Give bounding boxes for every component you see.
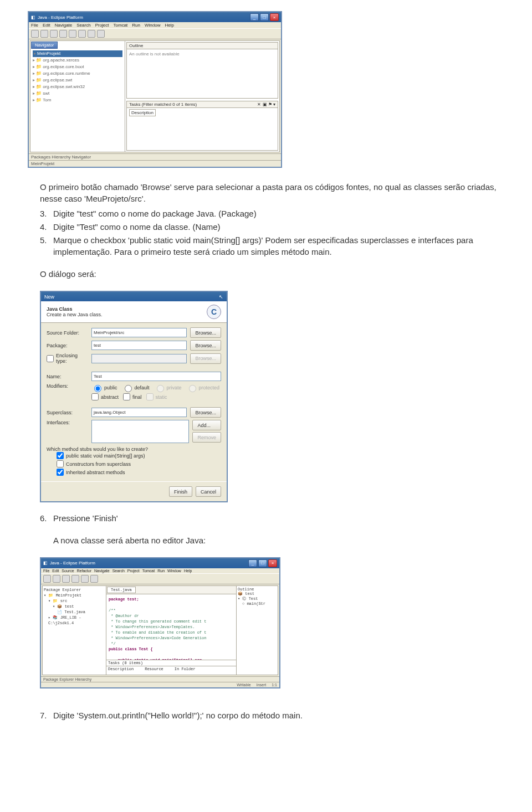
close-button[interactable]: × xyxy=(270,13,279,21)
tasks-title: Tasks (0 items) xyxy=(106,660,236,666)
menu-navigate[interactable]: Navigate xyxy=(94,569,110,573)
outline-panel: Outline An outline is not available xyxy=(126,42,278,99)
browse-superclass-button[interactable]: Browse... xyxy=(190,407,221,418)
menu-run[interactable]: Run xyxy=(157,569,165,573)
input-enclosing-type xyxy=(91,354,187,363)
nav-item[interactable]: ▸ 📁org.apache.xerces xyxy=(33,57,122,64)
menu-navigate[interactable]: Navigate xyxy=(55,23,73,28)
input-package[interactable]: test xyxy=(91,341,187,350)
nav-item[interactable]: ▸ 📁org.eclipse.core.runtime xyxy=(33,70,122,77)
navigator-tab[interactable]: Navigator xyxy=(31,42,58,49)
menu-help[interactable]: Help xyxy=(184,569,192,573)
toolbar-icon[interactable] xyxy=(97,30,105,38)
menu-source[interactable]: Source xyxy=(62,569,74,573)
menu-window[interactable]: Window xyxy=(145,23,160,28)
status-writable: Writable xyxy=(237,683,251,687)
checkbox-inherited[interactable]: Inherited abstract methods xyxy=(57,469,221,476)
code-editor[interactable]: package test; /** * @author dr * To chan… xyxy=(106,594,236,660)
nav-item[interactable]: ▸ 📁org.eclipse.swt.win32 xyxy=(33,84,122,90)
menu-window[interactable]: Window xyxy=(167,569,181,573)
toolbar-icon[interactable] xyxy=(59,30,67,38)
toolbar-icon[interactable] xyxy=(71,575,79,583)
label-superclass: Superclass: xyxy=(47,410,88,415)
label-source-folder: Source Folder: xyxy=(47,330,88,336)
menu-edit[interactable]: Edit xyxy=(43,23,50,28)
toolbar-icon[interactable] xyxy=(62,575,70,583)
window-titlebar: ◧ Java - Eclipse Platform _ □ × xyxy=(29,12,281,22)
dialog-banner: Java Class Create a new Java class. C xyxy=(41,301,227,323)
nav-project-root[interactable]: ▸MeinProjekt xyxy=(33,50,122,57)
label-package: Package: xyxy=(47,343,88,348)
menu-project[interactable]: Project xyxy=(127,569,140,573)
editor-tab[interactable]: Test.java xyxy=(107,587,136,593)
radio-public[interactable]: public xyxy=(91,383,117,392)
pkg-jre[interactable]: ▸ 📚 JRE_LIB - C:\j2sdk1.4 xyxy=(44,615,105,626)
menu-help[interactable]: Help xyxy=(165,23,173,28)
menu-tomcat[interactable]: Tomcat xyxy=(114,23,128,28)
menu-file[interactable]: File xyxy=(31,23,38,28)
input-name[interactable]: Test xyxy=(91,372,221,381)
toolbar-icon[interactable] xyxy=(69,30,76,38)
toolbar-icon[interactable] xyxy=(43,575,51,583)
minimize-button[interactable]: _ xyxy=(250,13,259,21)
checkbox-constructors[interactable]: Constructors from superclass xyxy=(57,460,221,467)
outline-panel: Outline 📦 test ▾ Ⓒ Test ○ main(Str xyxy=(236,586,278,675)
menu-file[interactable]: File xyxy=(43,569,49,573)
window-title: Java - Eclipse Platform xyxy=(38,15,83,20)
pkg-root[interactable]: ▾ 📁 MeinProjekt xyxy=(44,593,105,598)
minimize-button[interactable]: _ xyxy=(248,559,257,567)
input-superclass[interactable]: java.lang.Object xyxy=(91,408,187,417)
intro-text: O primeiro botão chamado 'Browse' serve … xyxy=(40,181,510,204)
radio-default[interactable]: default xyxy=(122,383,150,392)
browse-package-button[interactable]: Browse... xyxy=(190,340,221,351)
checkbox-abstract[interactable]: abstract xyxy=(91,393,119,400)
maximize-button[interactable]: □ xyxy=(260,13,269,21)
toolbar-icon[interactable] xyxy=(50,30,58,38)
label-interfaces: Interfaces: xyxy=(47,420,88,425)
menu-search[interactable]: Search xyxy=(112,569,125,573)
bottom-tabs: Package Explorer Hierarchy xyxy=(41,676,279,682)
toolbar-icon[interactable] xyxy=(40,30,48,38)
tasks-title: Tasks (Filter matched 0 of 1 items) xyxy=(129,102,197,107)
nav-item[interactable]: ▸ 📁Tom xyxy=(33,97,122,104)
toolbar-icon[interactable] xyxy=(78,30,86,38)
checkbox-enclosing-type[interactable] xyxy=(47,355,54,362)
package-explorer-title: Package Explorer xyxy=(44,587,105,593)
cursor-icon: ↖ xyxy=(219,294,223,300)
outline-item[interactable]: ○ main(Str xyxy=(238,602,277,606)
stubs-question: Which method stubs would you like to cre… xyxy=(47,446,221,452)
interfaces-list[interactable] xyxy=(91,420,189,443)
menu-run[interactable]: Run xyxy=(132,23,140,28)
menu-refactor[interactable]: Refactor xyxy=(77,569,91,573)
nav-item[interactable]: ▸ 📁swt xyxy=(33,90,122,97)
input-source-folder[interactable]: MeinProjekt/src xyxy=(91,328,187,337)
browse-source-button[interactable]: Browse... xyxy=(190,327,221,338)
maximize-button[interactable]: □ xyxy=(258,559,267,567)
checkbox-final[interactable]: final xyxy=(123,393,142,400)
menu-edit[interactable]: Edit xyxy=(52,569,59,573)
pkg-package[interactable]: ▾ 📦 test xyxy=(44,604,105,609)
description-tab[interactable]: Description xyxy=(129,109,156,116)
class-icon: C xyxy=(207,305,221,319)
toolbar-icon[interactable] xyxy=(90,575,98,583)
outline-item[interactable]: ▾ Ⓒ Test xyxy=(238,596,277,602)
menu-tomcat[interactable]: Tomcat xyxy=(142,569,155,573)
pkg-src[interactable]: ▾ 📁 src xyxy=(44,598,105,604)
menu-project[interactable]: Project xyxy=(95,23,109,28)
add-interface-button[interactable]: Add... xyxy=(192,420,221,430)
finish-button[interactable]: Finish xyxy=(169,486,192,497)
toolbar-icon[interactable] xyxy=(88,30,95,38)
nav-item[interactable]: ▸ 📁org.eclipse.core.boot xyxy=(33,64,122,70)
toolbar-icon[interactable] xyxy=(53,575,60,583)
nav-item[interactable]: ▸ 📁org.eclipse.swt xyxy=(33,77,122,84)
toolbar-icon[interactable] xyxy=(31,30,39,38)
close-button[interactable]: × xyxy=(268,559,277,567)
menu-search[interactable]: Search xyxy=(76,23,90,28)
checkbox-main-method[interactable]: public static void main(String[] args) xyxy=(57,452,221,459)
cancel-button[interactable]: Cancel xyxy=(196,486,221,497)
tasks-toolbar-icons[interactable]: ✕ ▣ ⚑ ▾ xyxy=(257,102,275,107)
navigator-tree: ▸MeinProjekt ▸ 📁org.apache.xerces ▸ 📁org… xyxy=(30,49,125,105)
toolbar-icon[interactable] xyxy=(81,575,89,583)
outline-item[interactable]: 📦 test xyxy=(238,592,277,596)
pkg-file[interactable]: 📄 Test.java xyxy=(44,609,105,615)
